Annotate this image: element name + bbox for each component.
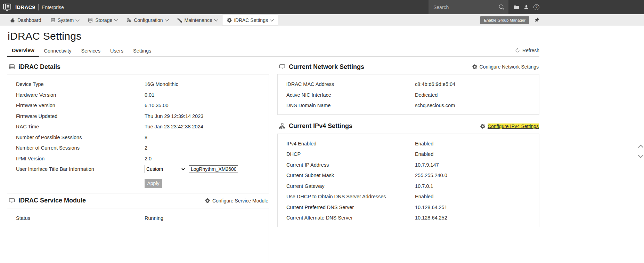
detail-row: IPv4 Enabled Enabled: [278, 138, 539, 149]
row-value: Thu Jun 29 12:39:14 2023: [145, 113, 203, 119]
configure-service-module-link[interactable]: Configure Service Module: [205, 198, 269, 204]
link-text: Configure Service Module: [212, 198, 268, 204]
chevron-down-icon: [214, 17, 218, 21]
search-input[interactable]: [433, 4, 499, 10]
row-value: 0.01: [145, 92, 154, 98]
service-module-rows: Status Running: [7, 213, 269, 224]
main-content: iDRAC Settings Overview Connectivity Ser…: [0, 30, 539, 263]
help-icon[interactable]: ?: [533, 4, 539, 10]
detail-row: DNS Domain Name schq.secious.com: [278, 100, 539, 111]
user-icon[interactable]: [524, 5, 529, 10]
detail-row: Current Gateway 10.7.0.1: [278, 181, 539, 192]
apply-button[interactable]: Apply: [145, 179, 162, 188]
search-box[interactable]: [429, 0, 508, 14]
row-label: Hardware Version: [7, 92, 145, 98]
nav-label: Storage: [95, 17, 112, 23]
server-rack-icon: [9, 64, 15, 70]
configure-ipv4-settings-link[interactable]: Configure IPv4 Settings: [480, 123, 539, 129]
service-module-panel: Status Running: [7, 208, 269, 263]
row-value: Running: [145, 215, 163, 221]
row-label: IPMI Version: [7, 156, 145, 161]
ipv4-settings-header: Current IPv4 Settings Configure IPv4 Set…: [277, 119, 539, 134]
storage-icon: [88, 18, 93, 23]
scroll-down-icon[interactable]: [638, 153, 644, 158]
monitor-icon: [279, 64, 285, 70]
idrac-details-panel: Device Type 16G Monolithic Hardware Vers…: [7, 74, 269, 193]
row-label: RAC Time: [7, 124, 145, 129]
enable-group-manager-button[interactable]: Enable Group Manager: [480, 16, 529, 24]
detail-row: RAC Time Tue Jan 23 23:42:38 2024: [7, 121, 269, 132]
top-header-inner: iDRAC9 Enterprise ?: [0, 0, 539, 14]
row-value: Enabled: [415, 194, 433, 199]
network-rows: iDRAC MAC Address c8:4b:d6:9d:e5:04 Acti…: [278, 79, 539, 111]
configure-network-settings-link[interactable]: Configure Network Settings: [472, 64, 539, 70]
tab-settings[interactable]: Settings: [128, 45, 156, 57]
brand-name: iDRAC9: [15, 4, 35, 10]
apply-row: Apply: [145, 179, 269, 188]
detail-row: iDRAC MAC Address c8:4b:d6:9d:e5:04: [278, 79, 539, 90]
home-icon: [10, 18, 15, 23]
row-value: 10.128.64.251: [415, 205, 447, 210]
title-bar-row: User Interface Title Bar Information Cus…: [7, 164, 269, 175]
brand-divider: [38, 4, 39, 10]
nav-item-maintenance[interactable]: Maintenance: [173, 14, 222, 26]
refresh-icon: [515, 48, 520, 53]
row-label: iDRAC MAC Address: [278, 81, 415, 87]
row-value: 10.7.9.147: [415, 162, 439, 168]
row-label: DNS Domain Name: [278, 103, 415, 108]
gear-icon: [205, 198, 210, 203]
row-label: DHCP: [278, 151, 415, 157]
scroll-up-icon[interactable]: [638, 145, 644, 150]
nav-label: Configuration: [134, 17, 163, 23]
monitor-icon: [9, 198, 15, 204]
nav-item-configuration[interactable]: Configuration: [122, 14, 172, 26]
row-label: Status: [7, 215, 145, 221]
tab-users[interactable]: Users: [105, 45, 128, 57]
nav-item-idrac-settings[interactable]: iDRAC Settings: [222, 15, 278, 25]
nav-item-storage[interactable]: Storage: [83, 14, 122, 26]
refresh-button[interactable]: Refresh: [515, 48, 539, 56]
network-settings-header: Current Network Settings Configure Netwo…: [277, 59, 539, 74]
sitemap-icon: [279, 123, 285, 129]
right-column: Current Network Settings Configure Netwo…: [277, 59, 539, 263]
title-bar-input[interactable]: [189, 165, 238, 173]
pin-icon[interactable]: [534, 17, 539, 23]
chevron-down-icon: [76, 17, 80, 21]
detail-row: Device Type 16G Monolithic: [7, 79, 269, 90]
row-label: Number of Possible Sessions: [7, 135, 145, 140]
detail-row: Firmware Version 6.10.35.00: [7, 100, 269, 111]
detail-row: Current Alternate DNS Server 10.128.64.2…: [278, 213, 539, 223]
gear-icon: [472, 64, 477, 69]
tab-services[interactable]: Services: [76, 45, 105, 57]
nav-item-dashboard[interactable]: Dashboard: [6, 14, 46, 26]
idrac-app: iDRAC9 Enterprise ?: [0, 0, 644, 263]
service-module-header: iDRAC Service Module Configure Service M…: [7, 193, 269, 208]
idrac-logo-icon: [3, 3, 12, 11]
detail-row: IPMI Version 2.0: [7, 153, 269, 164]
search-icon[interactable]: [499, 5, 504, 10]
detail-row: Firmware Updated Thu Jun 29 12:39:14 202…: [7, 111, 269, 122]
detail-row: DHCP Enabled: [278, 149, 539, 160]
row-value: 6.10.35.00: [145, 103, 169, 108]
nav-item-system[interactable]: System: [46, 14, 84, 26]
nav-label: Maintenance: [185, 17, 212, 23]
row-label: Current Alternate DNS Server: [278, 215, 415, 221]
row-value: 255.255.240.0: [415, 173, 447, 178]
row-label: Number of Current Sessions: [7, 145, 145, 151]
row-value: schq.secious.com: [415, 103, 455, 108]
idrac-details-header: iDRAC Details: [7, 59, 269, 74]
tab-overview[interactable]: Overview: [7, 45, 39, 57]
main-nav: Dashboard System Storage C: [0, 14, 644, 26]
network-settings-panel: iDRAC MAC Address c8:4b:d6:9d:e5:04 Acti…: [277, 74, 539, 115]
row-label: Active NIC Interface: [278, 92, 415, 98]
brand[interactable]: iDRAC9 Enterprise: [0, 3, 64, 11]
server-icon: [50, 18, 55, 23]
file-manager-icon[interactable]: [514, 5, 519, 10]
row-value: 8: [145, 135, 147, 140]
nav-label: iDRAC Settings: [234, 17, 268, 23]
refresh-label: Refresh: [522, 48, 539, 53]
tab-connectivity[interactable]: Connectivity: [39, 45, 76, 57]
row-label: Current Subnet Mask: [278, 173, 415, 178]
title-bar-select[interactable]: Custom: [145, 165, 186, 173]
wrench-icon: [177, 18, 182, 23]
